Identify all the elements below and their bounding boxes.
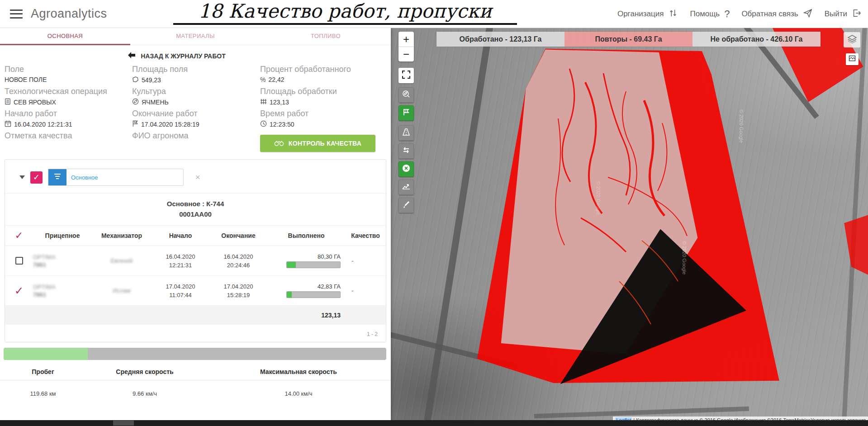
document-icon: [5, 98, 11, 106]
question-mark-icon: ?: [724, 8, 730, 20]
collapse-caret-icon[interactable]: [19, 175, 25, 179]
tab-main[interactable]: ОСНОВНАЯ: [0, 28, 130, 45]
work-area-value: 123,13: [260, 98, 388, 106]
done-progress: [286, 261, 341, 268]
feedback-menu-item[interactable]: Обратная связь: [741, 8, 812, 20]
percent-done-value: % 22,42: [260, 76, 388, 83]
screenshot-area-button[interactable]: [846, 53, 859, 65]
done-cell: 42,83 ГА: [267, 283, 345, 298]
quality-control-label: КОНТРОЛЬ КАЧЕСТВА: [289, 140, 361, 147]
back-arrow-icon: [127, 52, 136, 60]
fullscreen-icon: [402, 71, 410, 80]
left-panel: ОСНОВНАЯ МАТЕРИАЛЫ ТОПЛИВО НАЗАД К ЖУРНА…: [0, 28, 391, 426]
repeat-track-scribbles: [391, 28, 868, 426]
layers-button[interactable]: [844, 32, 860, 47]
tab-bar: ОСНОВНАЯ МАТЕРИАЛЫ ТОПЛИВО: [0, 28, 391, 45]
end-datetime: 16.04.202020:24:46: [209, 252, 267, 270]
help-menu-item[interactable]: Помощь ?: [690, 8, 730, 20]
finish-flag-icon: [132, 120, 138, 128]
stat-max-speed-label: Максимальная скорость: [204, 368, 394, 375]
filter-list-icon: [53, 173, 62, 181]
done-progress: [286, 291, 341, 298]
area-outline-icon: [132, 76, 139, 84]
tab-materials[interactable]: МАТЕРИАЛЫ: [130, 28, 261, 45]
work-end-label: Окончание работ: [132, 109, 257, 118]
organization-menu-item[interactable]: Организация: [617, 8, 678, 20]
road-layer-button[interactable]: [398, 125, 414, 141]
operator-name: Ислам: [92, 287, 152, 294]
field-polygon-icon: [402, 108, 410, 118]
filter-box: Основное: [48, 169, 184, 186]
filter-input[interactable]: Основное: [66, 169, 183, 185]
start-datetime: 16.04.202012:21:31: [152, 252, 209, 270]
back-link-label: НАЗАД К ЖУРНАЛУ РАБОТ: [141, 52, 226, 60]
line-chart-icon: [402, 183, 410, 192]
work-time-label: Время работ: [260, 109, 388, 118]
app-root: Agroanalytics 18 Качество работ, пропуск…: [0, 0, 868, 426]
calendar-icon: [5, 120, 11, 128]
logout-icon: [852, 8, 862, 20]
filter-clear-icon[interactable]: ×: [195, 173, 200, 182]
map-watermark: © 2020 Google: [596, 181, 601, 215]
binoculars-icon: [274, 139, 284, 148]
page-title: 18 Качество работ, пропуски: [173, 0, 517, 25]
hamburger-menu-icon[interactable]: [10, 9, 23, 19]
field-area-label: Площадь поля: [132, 65, 257, 74]
quality-control-button[interactable]: КОНТРОЛЬ КАЧЕСТВА: [260, 135, 375, 152]
logout-menu-item[interactable]: Выйти: [825, 8, 862, 20]
zoom-out-button[interactable]: −: [398, 47, 414, 62]
work-start-value: 16.04.2020 12:21:31: [5, 120, 129, 128]
done-value: 80,30 ГА: [267, 253, 341, 260]
map-legend-bar: Обработано - 123,13 Га Повторы - 69.43 Г…: [436, 32, 821, 47]
field-area-value: 549,23: [132, 76, 257, 84]
field-layer-button[interactable]: [398, 105, 414, 121]
filter-list-button[interactable]: [48, 169, 66, 185]
operation-label: Технологическая операция: [5, 87, 129, 96]
row-checkbox[interactable]: [15, 257, 23, 265]
back-to-journal-link[interactable]: НАЗАД К ЖУРНАЛУ РАБОТ: [81, 52, 271, 60]
swap-direction-button[interactable]: [398, 143, 414, 159]
scrollbar-thumb[interactable]: [113, 421, 134, 426]
app-title: Agroanalytics: [31, 7, 107, 21]
stat-max-speed-value: 14.00 км/ч: [204, 390, 394, 397]
works-card: ✓ Основное × Основное : К-744 0001АА00 ✓…: [5, 159, 386, 342]
pagination[interactable]: 1 - 2: [5, 325, 386, 342]
table-total-row: 123,13: [5, 306, 386, 325]
table-row[interactable]: OPTIMA7861 Евгений 16.04.202012:21:31 16…: [5, 246, 386, 276]
logout-label: Выйти: [825, 9, 847, 19]
legend-repeats: Повторы - 69.43 Га: [564, 32, 693, 47]
draw-button[interactable]: [398, 198, 414, 213]
row-check-icon[interactable]: ✓: [5, 284, 33, 297]
col-operator: Механизатор: [92, 232, 152, 239]
zoom-control: + −: [398, 32, 414, 62]
trailer-name: OPTIMA7861: [33, 283, 92, 298]
chart-button[interactable]: [398, 180, 414, 195]
trailer-name: OPTIMA7861: [33, 253, 92, 269]
crop-frame-icon: [849, 55, 856, 63]
col-trailer: Прицепное: [33, 232, 92, 239]
map-watermark: © 2020 Google: [682, 241, 687, 275]
fullscreen-button[interactable]: [398, 68, 414, 83]
table-row[interactable]: ✓ OPTIMA7861 Ислам 17.04.202011:07:44 17…: [5, 276, 386, 306]
horizontal-scrollbar[interactable]: [0, 420, 868, 426]
leaf-circle-icon: [402, 90, 410, 100]
col-start: Начало: [152, 232, 209, 239]
culture-label: Культура: [132, 87, 257, 96]
paper-plane-icon: [803, 8, 813, 20]
filter-row: ✓ Основное ×: [5, 160, 386, 193]
operation-value: СЕВ ЯРОВЫХ: [5, 98, 129, 106]
table-header: ✓ Прицепное Механизатор Начало Окончание…: [5, 225, 386, 246]
tab-fuel[interactable]: ТОПЛИВО: [261, 28, 391, 45]
field-label: Поле: [5, 65, 129, 74]
work-start-label: Начало работ: [5, 109, 129, 118]
quality-value: -: [345, 287, 386, 294]
map-view[interactable]: Обработано - 123,13 Га Повторы - 69.43 Г…: [391, 28, 868, 426]
group-checkbox[interactable]: ✓: [30, 171, 43, 184]
clear-selection-button[interactable]: [398, 161, 414, 177]
road-icon: [402, 128, 410, 138]
group-subtitle: 0001АА00: [5, 210, 386, 218]
sync-arrows-icon: [668, 8, 678, 20]
culture-view-button[interactable]: [398, 87, 414, 103]
zoom-in-button[interactable]: +: [398, 32, 414, 47]
header-check-icon[interactable]: ✓: [5, 230, 33, 241]
